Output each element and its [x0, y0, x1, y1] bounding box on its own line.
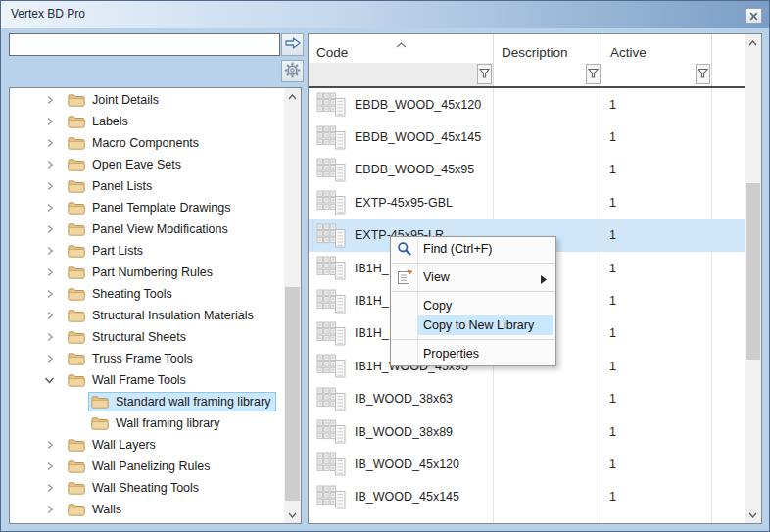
column-header-code[interactable]: Code — [309, 34, 494, 63]
folder-icon — [68, 115, 85, 128]
tree-item-standard-wall-framing-library[interactable]: Standard wall framing library — [10, 391, 284, 412]
tree-item-label: Part Numbering Rules — [92, 266, 213, 279]
tree-item-part-lists[interactable]: Part Lists — [10, 240, 284, 262]
tree-item-label: Panel Template Drawings — [92, 201, 231, 215]
column-header-description[interactable]: Description — [494, 34, 602, 63]
tree-item-panel-lists[interactable]: Panel Lists — [10, 175, 284, 197]
menu-item-inner: Find (Ctrl+F) — [418, 239, 553, 259]
table-row[interactable]: IB_WOOD_38x891 — [309, 415, 745, 448]
window-title: Vertex BD Pro — [11, 1, 85, 27]
filter-cell-code[interactable] — [309, 63, 494, 86]
filter-button-description[interactable] — [586, 64, 601, 84]
table-row[interactable]: EXTP-45x95-GBL1 — [309, 186, 745, 218]
menu-item-inner: Copy — [418, 296, 553, 315]
settings-button[interactable] — [281, 60, 304, 82]
tree-item-wall-frame-tools[interactable]: Wall Frame Tools — [10, 369, 284, 391]
folder-icon — [68, 201, 85, 215]
search-input[interactable] — [9, 33, 280, 56]
tree-item-selection: Standard wall framing library — [88, 392, 276, 411]
chevron-right-icon[interactable] — [44, 246, 55, 257]
table-row[interactable]: EBDB_WOOD_45x1451 — [309, 121, 745, 153]
chevron-right-icon[interactable] — [44, 311, 55, 321]
tree-item-wall-panelizing-rules[interactable]: Wall Panelizing Rules — [10, 456, 284, 477]
tree-item-label: Part Lists — [92, 244, 143, 258]
context-menu: Find (Ctrl+F)ViewCopyCopy to New Library… — [390, 236, 556, 366]
tree-item-open-eave-sets[interactable]: Open Eave Sets — [10, 154, 284, 175]
menu-separator — [391, 287, 555, 296]
chevron-right-icon[interactable] — [44, 117, 55, 127]
tree-item-panel-template-drawings[interactable]: Panel Template Drawings — [10, 197, 284, 218]
table-scrollbar[interactable] — [745, 34, 761, 523]
menu-item-properties[interactable]: Properties — [391, 344, 555, 363]
table-row[interactable]: IB_WOOD_38x631 — [309, 383, 745, 415]
table-row[interactable]: IB_WOOD_45x1201 — [309, 448, 745, 480]
menu-item-view[interactable]: View — [391, 267, 555, 287]
filter-cell-active[interactable] — [602, 63, 712, 86]
chevron-right-icon[interactable] — [44, 332, 55, 343]
chevron-right-icon[interactable] — [44, 138, 55, 149]
chevron-right-icon[interactable] — [44, 203, 55, 214]
tree-item-wall-framing-library[interactable]: Wall framing library — [10, 412, 284, 434]
cell-code: IB_WOOD_45x120 — [355, 458, 493, 471]
tree-scrollbar-thumb[interactable] — [285, 287, 300, 501]
library-item-icon — [316, 354, 346, 378]
table-row[interactable]: IB_WOOD_45x1451 — [309, 481, 745, 513]
tree-item-panel-view-modifications[interactable]: Panel View Modifications — [10, 218, 284, 240]
chevron-right-icon[interactable] — [44, 289, 55, 300]
tree-item-label: Sheating Tools — [92, 287, 172, 301]
tree-item-wall-layers[interactable]: Wall Layers — [10, 434, 284, 456]
chevron-right-icon[interactable] — [44, 160, 55, 170]
library-item-icon — [316, 158, 346, 182]
tree-item-selection: Panel View Modifications — [65, 219, 234, 239]
menu-item-label: Copy — [423, 299, 452, 313]
chevron-up-icon[interactable] — [745, 34, 761, 51]
tree-item-wall-sheating-tools[interactable]: Wall Sheating Tools — [10, 477, 284, 499]
tree-item-structural-sheets[interactable]: Structural Sheets — [10, 326, 284, 348]
cell-active: 1 — [602, 392, 711, 406]
search-go-button[interactable] — [281, 33, 304, 56]
chevron-down-icon[interactable] — [745, 507, 761, 523]
chevron-right-icon[interactable] — [44, 461, 55, 472]
submenu-arrow-icon — [541, 273, 547, 287]
tree-item-part-numbering-rules[interactable]: Part Numbering Rules — [10, 262, 284, 283]
cell-active: 1 — [602, 130, 711, 144]
chevron-right-icon[interactable] — [44, 440, 55, 451]
menu-item-copy[interactable]: Copy — [391, 296, 555, 315]
table-row[interactable]: EBDB_WOOD_45x951 — [309, 154, 745, 186]
library-item-icon — [316, 289, 346, 314]
title-bar: Vertex BD Pro — [1, 1, 769, 28]
vertex-bd-pro-window: Vertex BD Pro — [0, 0, 770, 532]
tree-item-labels[interactable]: Labels — [10, 111, 284, 132]
tree-item-walls[interactable]: Walls — [10, 499, 284, 520]
chevron-up-icon[interactable] — [284, 88, 301, 105]
tree-item-label: Wall framing library — [116, 416, 220, 430]
tree-item-sheating-tools[interactable]: Sheating Tools — [10, 283, 284, 305]
chevron-right-icon[interactable] — [44, 483, 55, 494]
menu-item-copy-to-new-library[interactable]: Copy to New Library — [391, 315, 555, 335]
tree-item-label: Open Eave Sets — [92, 158, 181, 171]
menu-item-inner: Properties — [418, 344, 553, 363]
tree-scrollbar[interactable] — [284, 88, 301, 523]
column-header-active[interactable]: Active — [602, 34, 712, 63]
tree-item-truss-frame-tools[interactable]: Truss Frame Tools — [10, 348, 284, 369]
chevron-right-icon[interactable] — [44, 95, 55, 106]
filter-button-active[interactable] — [696, 64, 710, 84]
table-scrollbar-thumb[interactable] — [746, 183, 760, 360]
menu-item-label: Find (Ctrl+F) — [423, 242, 493, 256]
tree-item-macro-components[interactable]: Macro Components — [10, 132, 284, 154]
chevron-right-icon[interactable] — [44, 267, 55, 278]
tree-item-structural-insulation-materials[interactable]: Structural Insulation Materials — [10, 305, 284, 326]
tree-item-joint-details[interactable]: Joint Details — [10, 89, 284, 111]
menu-item-find-ctrl-f[interactable]: Find (Ctrl+F) — [391, 239, 555, 259]
chevron-right-icon[interactable] — [44, 354, 55, 364]
chevron-right-icon[interactable] — [44, 505, 55, 515]
table-row[interactable]: EBDB_WOOD_45x1201 — [309, 88, 745, 121]
close-button[interactable] — [746, 8, 762, 24]
chevron-right-icon[interactable] — [44, 224, 55, 235]
filter-cell-description[interactable] — [494, 63, 602, 86]
filter-button-code[interactable] — [477, 64, 492, 84]
chevron-right-icon[interactable] — [44, 181, 55, 192]
chevron-down-icon[interactable] — [284, 507, 301, 523]
chevron-down-icon[interactable] — [44, 375, 55, 386]
folder-icon — [68, 158, 85, 171]
